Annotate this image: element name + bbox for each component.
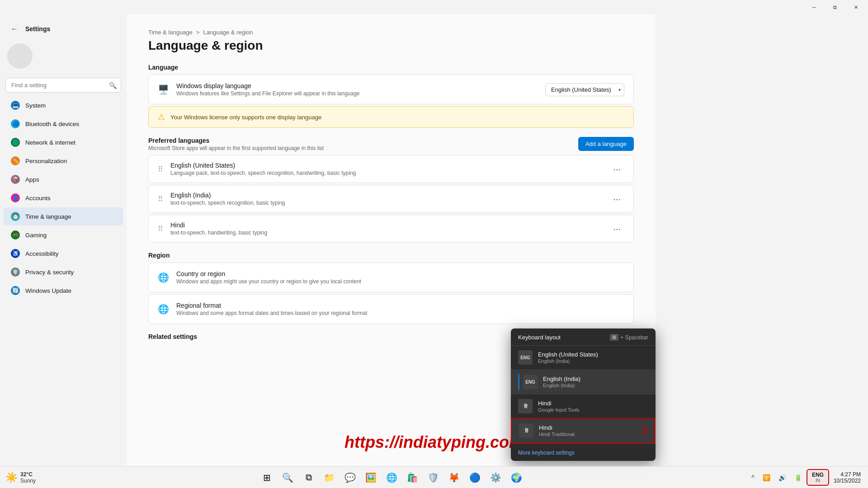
nav-label-update: Windows Update: [25, 287, 71, 294]
sidebar-item-privacy[interactable]: 🛡️ Privacy & security: [4, 263, 123, 281]
preferred-languages-title: Preferred languages: [148, 137, 324, 144]
breadcrumb-parent[interactable]: Time & language: [148, 29, 193, 36]
keyboard-item-hindi-git[interactable]: हि Hindi Google Input Tools: [511, 394, 656, 418]
page-title: Language & region: [148, 38, 634, 53]
lang-desc-1: text-to-speech, speech recognition, basi…: [170, 200, 602, 206]
minimize-button[interactable]: ─: [804, 0, 825, 14]
regional-format-desc: Windows and some apps format dates and t…: [176, 310, 624, 316]
keyboard-item-eng-in[interactable]: ENG English (India) English (India): [511, 369, 656, 394]
ki-sub-3: Hindi Traditional: [539, 432, 575, 437]
volume-tray[interactable]: 🔊: [775, 472, 790, 483]
keyboard-item-hindi-trad[interactable]: हि Hindi Hindi Traditional 2: [511, 418, 656, 443]
drag-handle-0[interactable]: ⠿: [158, 165, 163, 174]
chrome-button[interactable]: 🔵: [466, 469, 484, 487]
lang-more-button-1[interactable]: ···: [609, 192, 624, 206]
warning-icon: ⚠: [158, 112, 165, 122]
sidebar-item-apps[interactable]: 📦 Apps: [4, 170, 123, 188]
network-tray[interactable]: 🛜: [759, 472, 774, 483]
in-label: IN: [816, 478, 820, 483]
battery-tray[interactable]: 🔋: [791, 472, 806, 483]
back-button[interactable]: ←: [7, 22, 22, 36]
lang-more-button-0[interactable]: ···: [609, 162, 624, 176]
mcafee-button[interactable]: 🛡️: [425, 469, 443, 487]
teams-button[interactable]: 💬: [341, 469, 359, 487]
close-button[interactable]: ✕: [845, 0, 866, 14]
taskbar-left: ☀️ 32°C Sunny: [0, 471, 36, 484]
profile-area: [0, 38, 127, 76]
file-explorer-button[interactable]: 📁: [321, 469, 339, 487]
drag-handle-1[interactable]: ⠿: [158, 195, 163, 203]
titlebar: ─ ⧉ ✕: [0, 0, 868, 14]
display-language-select-wrapper: English (United States) ▾: [545, 83, 624, 96]
display-language-select[interactable]: English (United States): [545, 83, 624, 96]
preferred-languages-desc: Microsoft Store apps will appear in the …: [148, 145, 324, 151]
search-container: 🔍: [5, 78, 121, 93]
nav-icon-privacy: 🛡️: [11, 267, 20, 277]
keyboard-popup-header: Keyboard layout ⊞ + Spacebar: [511, 328, 656, 346]
eng-label: ENG: [812, 472, 824, 478]
weather-widget[interactable]: ☀️ 32°C Sunny: [5, 471, 36, 484]
taskview-button[interactable]: ⧉: [300, 469, 318, 487]
sidebar-item-gaming[interactable]: 🎮 Gaming: [4, 226, 123, 244]
ki-name-1: English (India): [543, 375, 580, 382]
firefox-button[interactable]: 🦊: [445, 469, 463, 487]
language-list: ⠿ English (United States) Language pack,…: [148, 155, 634, 243]
eng-in-button[interactable]: ENG IN: [807, 469, 829, 486]
warning-text: Your Windows license only supports one d…: [170, 114, 321, 121]
sidebar-item-bluetooth[interactable]: 🔵 Bluetooth & devices: [4, 115, 123, 133]
display-language-desc: Windows features like Settings and File …: [176, 90, 538, 97]
sidebar-item-accessibility[interactable]: ♿ Accessibility: [4, 244, 123, 263]
globe-icon: 🌐: [158, 272, 169, 283]
search-taskbar-button[interactable]: 🔍: [279, 469, 297, 487]
clock[interactable]: 4:27 PM 10/15/2022: [830, 469, 864, 486]
search-input[interactable]: [5, 78, 121, 93]
weather-condition: Sunny: [20, 478, 36, 484]
nav-list: 💻 System 🔵 Bluetooth & devices 🌐 Network…: [0, 96, 127, 300]
sidebar-title: Settings: [25, 25, 50, 33]
nav-label-privacy: Privacy & security: [25, 269, 74, 276]
nav-label-accounts: Accounts: [25, 195, 51, 202]
drag-handle-2[interactable]: ⠿: [158, 225, 163, 233]
volume-icon: 🔊: [778, 474, 786, 481]
sidebar-item-personalization[interactable]: ✏️ Personalization: [4, 152, 123, 170]
language-item-0: ⠿ English (United States) Language pack,…: [148, 155, 634, 183]
sidebar-item-accounts[interactable]: 👤 Accounts: [4, 189, 123, 207]
more-keyboard-settings-link[interactable]: More keyboard settings: [518, 450, 575, 456]
sidebar-item-system[interactable]: 💻 System: [4, 96, 123, 114]
clock-date: 10/15/2022: [834, 478, 861, 484]
bing-button[interactable]: 🌍: [508, 469, 526, 487]
win-key-badge: ⊞: [610, 334, 618, 341]
start-button[interactable]: ⊞: [258, 469, 276, 487]
nav-icon-bluetooth: 🔵: [11, 119, 20, 128]
system-tray[interactable]: ^: [748, 472, 758, 483]
add-language-button[interactable]: Add a language: [578, 137, 634, 151]
sidebar: ← Settings 🔍 💻 System 🔵 Bluetooth & devi…: [0, 14, 127, 488]
photos-button[interactable]: 🖼️: [362, 469, 380, 487]
highlight-number-3: 2: [642, 426, 647, 436]
language-item-2: ⠿ Hindi text-to-speech, handwriting, bas…: [148, 215, 634, 243]
nav-icon-time-language: ⏰: [11, 212, 20, 221]
settings-taskbar-button[interactable]: ⚙️: [487, 469, 505, 487]
ki-name-2: Hindi: [538, 400, 580, 407]
nav-label-network: Network & internet: [25, 139, 75, 146]
breadcrumb-separator: >: [196, 29, 200, 36]
ki-name-3: Hindi: [539, 424, 575, 431]
lang-more-button-2[interactable]: ···: [609, 222, 624, 236]
ki-sub-0: English (India): [538, 358, 598, 364]
ki-badge-3: हि: [519, 423, 533, 438]
clock-time: 4:27 PM: [840, 471, 861, 478]
nav-label-time-language: Time & language: [25, 213, 71, 220]
ki-badge-2: हि: [518, 399, 533, 413]
country-title: Country or region: [176, 270, 624, 277]
store-button[interactable]: 🛍️: [404, 469, 422, 487]
search-icon: 🔍: [109, 82, 117, 89]
sidebar-item-update[interactable]: 🔄 Windows Update: [4, 282, 123, 300]
tray-chevron-icon: ^: [751, 474, 755, 481]
keyboard-item-eng-us[interactable]: ENG English (United States) English (Ind…: [511, 346, 656, 369]
nav-icon-apps: 📦: [11, 175, 20, 184]
restore-button[interactable]: ⧉: [825, 0, 845, 14]
sidebar-item-network[interactable]: 🌐 Network & internet: [4, 133, 123, 151]
sidebar-item-time-language[interactable]: ⏰ Time & language: [4, 207, 123, 225]
nav-label-bluetooth: Bluetooth & devices: [25, 121, 79, 127]
edge-button[interactable]: 🌐: [383, 469, 401, 487]
